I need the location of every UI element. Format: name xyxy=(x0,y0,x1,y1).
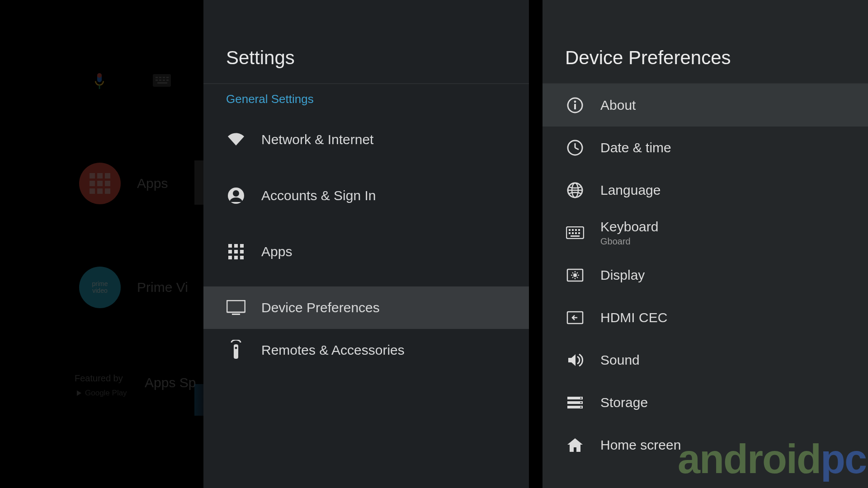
svg-rect-33 xyxy=(572,232,574,234)
prefs-item-label: Date & time xyxy=(600,140,671,155)
prefs-item-label: Keyboard xyxy=(600,219,658,235)
svg-rect-5 xyxy=(228,244,232,248)
home-icon xyxy=(565,437,585,453)
svg-rect-35 xyxy=(578,232,580,234)
prefs-item-language[interactable]: Language xyxy=(542,169,868,211)
settings-title: Settings xyxy=(226,47,295,69)
prefs-item-keyboard[interactable]: Keyboard Gboard xyxy=(542,211,868,254)
prefs-item-storage[interactable]: Storage xyxy=(542,381,868,424)
device-preferences-title: Device Preferences xyxy=(565,47,731,69)
svg-rect-13 xyxy=(240,256,244,259)
settings-item-device-preferences[interactable]: Device Preferences xyxy=(203,286,529,329)
svg-line-45 xyxy=(577,272,578,273)
background-tile-edge-2 xyxy=(194,160,203,205)
svg-rect-34 xyxy=(575,232,577,234)
prefs-item-label: Storage xyxy=(600,395,648,410)
wifi-icon xyxy=(226,133,246,146)
svg-point-4 xyxy=(233,190,239,197)
svg-rect-20 xyxy=(574,104,576,109)
keyboard-icon xyxy=(565,226,585,239)
prefs-item-date-time[interactable]: Date & time xyxy=(542,127,868,169)
svg-point-17 xyxy=(235,347,237,349)
svg-point-53 xyxy=(580,406,581,408)
prefs-item-label: HDMI CEC xyxy=(600,310,667,325)
apps-grid-icon xyxy=(226,244,246,259)
account-icon xyxy=(226,187,246,205)
settings-item-label: Remotes & Accessories xyxy=(261,343,405,358)
settings-item-remotes[interactable]: Remotes & Accessories xyxy=(203,329,529,371)
settings-item-label: Apps xyxy=(261,244,292,259)
clock-icon xyxy=(565,139,585,156)
prefs-item-sublabel: Gboard xyxy=(600,236,658,247)
svg-line-43 xyxy=(572,272,573,273)
remote-icon xyxy=(226,340,246,361)
launcher-dim-overlay xyxy=(0,0,203,488)
background-tile-edge xyxy=(194,384,203,416)
prefs-item-home-screen[interactable]: Home screen xyxy=(542,424,868,466)
svg-point-19 xyxy=(574,101,576,103)
prefs-item-label: Display xyxy=(600,267,645,283)
prefs-item-hdmi-cec[interactable]: HDMI CEC xyxy=(542,296,868,339)
tv-icon xyxy=(226,300,246,315)
speaker-icon xyxy=(565,352,585,368)
settings-divider xyxy=(203,83,529,84)
device-preferences-panel: Device Preferences About Date & time Lan… xyxy=(542,0,868,488)
svg-line-23 xyxy=(575,148,579,150)
settings-item-network[interactable]: Network & Internet xyxy=(203,118,529,161)
prefs-item-label: Home screen xyxy=(600,437,681,453)
svg-rect-14 xyxy=(227,300,245,312)
prefs-item-display[interactable]: Display xyxy=(542,254,868,296)
svg-rect-11 xyxy=(228,256,232,259)
svg-rect-30 xyxy=(575,229,577,231)
settings-item-label: Device Preferences xyxy=(261,300,380,315)
svg-rect-28 xyxy=(569,229,571,231)
prefs-item-label: About xyxy=(600,98,636,113)
svg-point-49 xyxy=(580,397,581,399)
svg-rect-8 xyxy=(228,250,232,253)
svg-rect-32 xyxy=(569,232,571,234)
settings-item-label: Accounts & Sign In xyxy=(261,188,376,203)
prefs-item-sound[interactable]: Sound xyxy=(542,339,868,381)
settings-item-label: Network & Internet xyxy=(261,132,373,147)
storage-icon xyxy=(565,396,585,409)
svg-rect-12 xyxy=(234,256,238,259)
svg-point-38 xyxy=(573,273,577,277)
display-brightness-icon xyxy=(565,268,585,282)
svg-point-51 xyxy=(580,402,581,403)
svg-rect-36 xyxy=(571,235,580,237)
svg-rect-6 xyxy=(234,244,238,248)
svg-line-46 xyxy=(572,277,573,278)
hdmi-input-icon xyxy=(565,311,585,324)
info-icon xyxy=(565,97,585,114)
prefs-item-label: Sound xyxy=(600,352,640,368)
svg-rect-7 xyxy=(240,244,244,248)
svg-rect-15 xyxy=(232,314,240,315)
settings-item-apps[interactable]: Apps xyxy=(203,230,529,273)
svg-rect-9 xyxy=(234,250,238,253)
launcher-background: Apps primevideo Prime Vi Featured by Goo… xyxy=(0,0,203,488)
settings-panel: Settings General Settings Network & Inte… xyxy=(203,0,529,488)
globe-icon xyxy=(565,182,585,199)
svg-rect-10 xyxy=(240,250,244,253)
prefs-item-label: Language xyxy=(600,183,660,198)
svg-rect-29 xyxy=(572,229,574,231)
svg-line-44 xyxy=(577,277,578,278)
prefs-item-about[interactable]: About xyxy=(542,84,868,127)
svg-rect-31 xyxy=(578,229,580,231)
svg-rect-16 xyxy=(234,344,238,359)
settings-item-accounts[interactable]: Accounts & Sign In xyxy=(203,174,529,217)
settings-section-label: General Settings xyxy=(226,92,314,106)
